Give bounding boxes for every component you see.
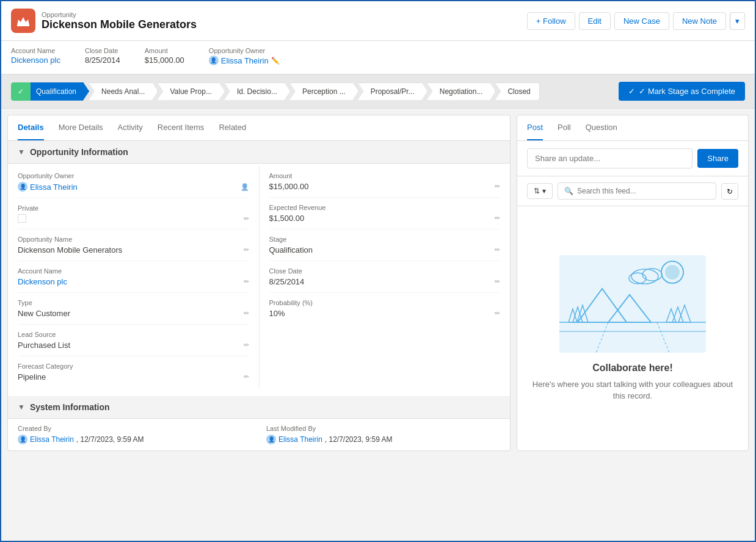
sort-icon: ⇅: [534, 187, 540, 195]
close-date-field: Close Date 8/25/2014: [85, 47, 120, 65]
stage-edit-icon[interactable]: ✏: [495, 246, 500, 254]
forecast-category-edit-icon[interactable]: ✏: [244, 373, 249, 381]
probability-label: Probability (%): [269, 299, 501, 306]
created-date: , 12/7/2023, 9:59 AM: [76, 435, 144, 444]
private-checkbox[interactable]: [18, 214, 26, 223]
stage-qualification[interactable]: Qualification: [31, 82, 89, 101]
close-date-label: Close Date: [85, 47, 120, 54]
opportunity-info-header[interactable]: ▼ Opportunity Information: [8, 141, 510, 164]
lead-source-edit-icon[interactable]: ✏: [244, 341, 249, 349]
account-name-left-field: Account Name Dickenson plc ✏: [18, 261, 249, 293]
edit-button[interactable]: Edit: [579, 12, 611, 30]
refresh-button[interactable]: ↻: [721, 183, 738, 200]
stage-right-field: Stage Qualification ✏: [269, 229, 501, 261]
tab-related[interactable]: Related: [219, 115, 246, 140]
right-tab-poll[interactable]: Poll: [558, 115, 571, 140]
stage-right-text: Qualification: [269, 245, 313, 255]
account-name-left-link[interactable]: Dickenson plc: [18, 277, 67, 286]
account-name-edit-icon[interactable]: ✏: [244, 278, 249, 286]
object-type: Opportunity: [42, 11, 197, 18]
expected-revenue-field: Expected Revenue $1,500.00 ✏: [269, 198, 501, 229]
right-tab-question[interactable]: Question: [586, 115, 617, 140]
opp-owner-person-icon[interactable]: 👤: [241, 183, 249, 191]
opp-name-label: Opportunity Name: [18, 236, 249, 243]
lead-source-text: Purchased List: [18, 341, 70, 350]
forecast-category-label: Forecast Category: [18, 363, 249, 370]
stage-perception[interactable]: Perception ...: [289, 82, 358, 101]
stage-value-prop[interactable]: Value Prop...: [157, 82, 224, 101]
expected-revenue-value: $1,500.00 ✏: [269, 214, 501, 223]
owner-edit-icon[interactable]: ✏️: [271, 57, 280, 65]
system-fields: Created By 👤 Elissa Theirin , 12/7/2023,…: [8, 419, 510, 450]
modified-by-value: 👤 Elissa Theirin , 12/7/2023, 9:59 AM: [266, 435, 500, 444]
probability-value: 10% ✏: [269, 309, 501, 318]
follow-button[interactable]: + Follow: [527, 12, 575, 30]
modified-by-link[interactable]: Elissa Theirin: [278, 435, 322, 444]
stage-negotiation-label: Negotiation...: [440, 87, 483, 96]
private-edit-icon[interactable]: ✏: [244, 215, 249, 223]
fields-left: Opportunity Owner 👤 Elissa Theirin 👤 Pri…: [18, 166, 260, 388]
new-note-button[interactable]: New Note: [673, 12, 726, 30]
tab-more-details[interactable]: More Details: [59, 115, 103, 140]
expected-revenue-edit-icon[interactable]: ✏: [495, 214, 500, 222]
new-case-button[interactable]: New Case: [614, 12, 669, 30]
share-input[interactable]: [527, 148, 692, 168]
forecast-category-text: Pipeline: [18, 372, 46, 381]
search-feed-input[interactable]: [577, 187, 710, 195]
lead-source-value: Purchased List ✏: [18, 341, 249, 350]
probability-field: Probability (%) 10% ✏: [269, 293, 501, 324]
close-date-right-value: 8/25/2014 ✏: [269, 277, 501, 286]
collaborate-area: Collaborate here! Here's where you start…: [517, 206, 748, 450]
created-by-link[interactable]: Elissa Theirin: [30, 435, 74, 444]
probability-edit-icon[interactable]: ✏: [495, 309, 500, 317]
amount-right-text: $15,000.00: [269, 182, 309, 191]
fields-right: Amount $15,000.00 ✏ Expected Revenue $1,…: [260, 166, 501, 388]
system-info-header[interactable]: ▼ System Information: [8, 396, 510, 419]
owner-avatar: 👤: [209, 56, 219, 65]
mark-complete-check: ✓: [628, 87, 635, 96]
forecast-category-field: Forecast Category Pipeline ✏: [18, 356, 249, 388]
opp-owner-link[interactable]: Elissa Theirin: [30, 182, 78, 192]
stage-needs-analysis[interactable]: Needs Anal...: [89, 82, 158, 101]
search-icon: 🔍: [564, 187, 573, 195]
probability-text: 10%: [269, 309, 285, 318]
type-label: Type: [18, 299, 249, 306]
stage-id-decision[interactable]: Id. Decisio...: [224, 82, 290, 101]
modified-by-avatar: 👤: [266, 435, 276, 444]
stage-id-decision-label: Id. Decisio...: [237, 87, 277, 96]
lead-source-label: Lead Source: [18, 331, 249, 338]
share-button[interactable]: Share: [697, 149, 738, 168]
account-name-link[interactable]: Dickenson plc: [11, 56, 60, 65]
opp-owner-label: Opportunity Owner: [18, 172, 249, 179]
stage-right-value: Qualification ✏: [269, 245, 501, 255]
tab-activity[interactable]: Activity: [118, 115, 143, 140]
svg-rect-0: [559, 255, 706, 353]
tab-details[interactable]: Details: [18, 115, 44, 140]
amount-edit-icon[interactable]: ✏: [495, 182, 500, 190]
completed-check: ✓: [18, 87, 24, 96]
stage-closed[interactable]: Closed: [495, 82, 539, 101]
right-tab-post[interactable]: Post: [527, 115, 543, 140]
stage-proposal[interactable]: Proposal/Pr...: [358, 82, 427, 101]
owner-link[interactable]: Elissa Theirin: [221, 56, 269, 65]
amount-right-field: Amount $15,000.00 ✏: [269, 166, 501, 198]
more-actions-button[interactable]: ▾: [730, 12, 745, 30]
amount-right-label: Amount: [269, 172, 501, 179]
type-edit-icon[interactable]: ✏: [244, 309, 249, 317]
created-by-field: Created By 👤 Elissa Theirin , 12/7/2023,…: [18, 425, 252, 444]
opp-name-text: Dickenson Mobile Generators: [18, 245, 122, 255]
stage-completed[interactable]: ✓: [11, 82, 31, 101]
stage-items: ✓ Qualification Needs Anal... Value Prop…: [11, 82, 611, 101]
stage-negotiation[interactable]: Negotiation...: [427, 82, 496, 101]
tab-recent-items[interactable]: Recent Items: [158, 115, 205, 140]
meta-strip: Account Name Dickenson plc Close Date 8/…: [1, 41, 755, 74]
created-by-label: Created By: [18, 425, 252, 432]
sort-button[interactable]: ⇅ ▾: [527, 183, 553, 199]
amount-value: $15,000.00: [145, 56, 184, 65]
svg-point-2: [665, 265, 680, 280]
expected-revenue-text: $1,500.00: [269, 214, 305, 223]
close-date-edit-icon[interactable]: ✏: [495, 278, 500, 286]
mark-stage-complete-button[interactable]: ✓ ✓ Mark Stage as Complete: [619, 82, 745, 101]
opp-name-edit-icon[interactable]: ✏: [244, 246, 249, 254]
app-icon: [11, 9, 35, 33]
